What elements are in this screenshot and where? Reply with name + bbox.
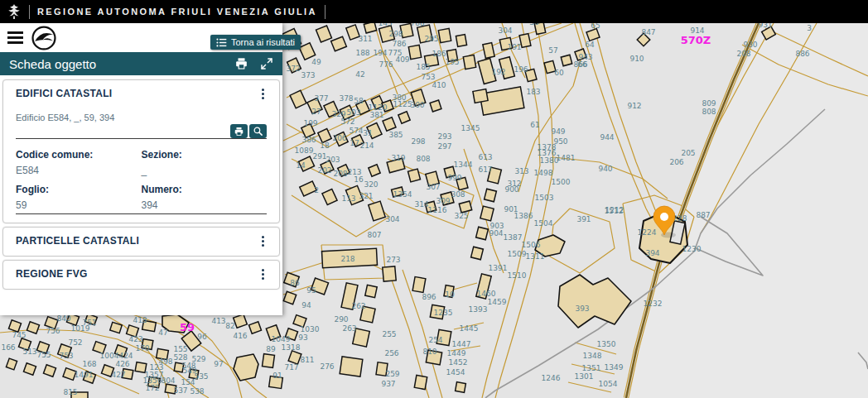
map-parcel-label: 16	[354, 175, 364, 184]
card-header-row[interactable]: REGIONE FVG	[16, 268, 267, 281]
map-parcel-label: 295	[424, 35, 438, 43]
map-parcel-label: 61	[530, 121, 539, 129]
map-parcel-label: 840	[56, 314, 70, 323]
map-parcel-label: 320	[364, 180, 378, 189]
map-parcel-label: 776	[379, 60, 393, 69]
map-parcel-label: 391	[576, 215, 591, 223]
map-building	[438, 28, 451, 42]
fvg-eagle-logo	[7, 2, 22, 21]
map-parcel-label: 185	[416, 63, 430, 71]
field: Numero:394	[142, 184, 268, 211]
map-parcel-label: 1116	[428, 206, 447, 214]
print-icon	[234, 127, 244, 137]
map-parcel-label: 717	[284, 363, 298, 372]
card-edifici-catastali: EDIFICI CATASTALI Edificio E584, _, 59, …	[2, 79, 280, 223]
zoom-to-object-button[interactable]	[249, 124, 267, 138]
map-parcel-label: 1224	[638, 228, 657, 237]
list-icon	[216, 38, 227, 47]
map-parcel-label: 1311	[526, 252, 545, 261]
map-parcel-label: 113	[341, 194, 355, 203]
map-parcel-label: 57	[548, 46, 557, 55]
map-parcel-label: 1350	[597, 340, 616, 348]
map-parcel-label: 847	[641, 28, 655, 36]
map-parcel-label: 617	[478, 165, 492, 174]
map-parcel-label: 1349	[605, 363, 624, 372]
map-parcel-label: 254	[428, 336, 442, 344]
map-parcel-label: 372	[286, 65, 300, 73]
map-parcel-label: 413	[211, 317, 225, 325]
map-parcel-label: 1481	[557, 154, 576, 162]
map-highlight-label: 59	[180, 321, 195, 333]
map-parcel-label: 194	[373, 49, 387, 57]
map-parcel-label: 1246	[542, 374, 561, 382]
map-parcel-label: 300	[410, 101, 424, 109]
map-building	[383, 266, 396, 281]
app-logo-icon[interactable]	[31, 25, 57, 51]
map-parcel-label: 381	[369, 111, 383, 119]
map-parcel-label: 2	[314, 186, 319, 194]
card-title: REGIONE FVG	[16, 268, 88, 280]
map-parcel-label: 205	[681, 149, 695, 157]
map-parcel-label: 208	[333, 170, 347, 178]
map-parcel-label: 276	[320, 362, 334, 371]
map-parcel-label: 96	[197, 333, 207, 341]
field-value: 394	[142, 199, 268, 211]
map-parcel-label: 1230	[682, 245, 702, 253]
map-parcel-label: 410	[432, 81, 446, 89]
map-parcel-label: 314	[414, 200, 428, 209]
map-parcel-label: 262	[351, 302, 365, 310]
map-parcel-label: 944	[600, 133, 614, 141]
map-building	[480, 206, 494, 221]
map-parcel-label: 91	[272, 372, 282, 380]
card-header-row[interactable]: PARTICELLE CATASTALI	[16, 235, 267, 247]
map-parcel-label: 319	[391, 154, 405, 162]
object-panel: Scheda oggetto EDIFICI CATASTALI Edifici…	[0, 23, 282, 315]
map-building	[364, 22, 376, 33]
map-parcel-label: 1212	[605, 206, 624, 214]
print-object-button[interactable]	[230, 124, 248, 138]
back-to-results-button[interactable]: Torna ai risultati	[210, 35, 301, 50]
expand-icon[interactable]	[260, 57, 273, 70]
map-parcel-label: 377	[314, 94, 328, 103]
map-parcel-label: 308	[451, 190, 465, 199]
map-parcel-label: 42	[355, 70, 364, 79]
map-parcel-label: 572	[340, 117, 354, 126]
map-parcel-label: 385	[388, 131, 403, 139]
field: Foglio:59	[16, 184, 142, 211]
field-label: Numero:	[142, 184, 268, 195]
map-parcel-label: 574	[349, 127, 363, 135]
map-parcel-label: 1506	[522, 241, 541, 249]
map-parcel-label: 313	[514, 167, 528, 175]
map-parcel-label: 1351	[582, 364, 601, 372]
separator	[325, 5, 326, 19]
map-building	[561, 55, 571, 65]
field: Sezione:_	[142, 149, 268, 176]
map-building	[414, 375, 427, 389]
map-parcel-label: 753	[421, 73, 435, 81]
map-parcel-label: 155	[173, 345, 187, 353]
map-parcel-label: 1354	[393, 190, 412, 199]
map-parcel-label: 1447	[452, 340, 471, 348]
map-parcel-label: 259	[385, 370, 399, 378]
map-parcel-label: 815	[63, 388, 77, 396]
menu-icon[interactable]	[7, 30, 23, 46]
kebab-menu-icon[interactable]	[259, 268, 267, 281]
map-parcel-label: 1019	[71, 324, 90, 333]
map-parcel-label: 166	[1, 343, 15, 352]
map-building	[456, 382, 466, 393]
map-parcel-label: 811	[300, 356, 314, 364]
kebab-menu-icon[interactable]	[259, 88, 267, 100]
map-parcel-label: 154	[181, 378, 195, 386]
map-parcel-label: 93	[298, 333, 307, 342]
map-parcel-label: 214	[359, 141, 374, 150]
map-parcel-label: 1498	[534, 169, 553, 177]
field-label: Codice comune:	[16, 149, 142, 161]
map-parcel-label: 256	[384, 349, 398, 357]
map-parcel-label: 1387	[504, 233, 523, 242]
map-parcel-label: 1504	[534, 219, 553, 228]
map-parcel-label: 528	[173, 353, 187, 362]
map-parcel-label: 808	[702, 108, 716, 116]
kebab-menu-icon[interactable]	[259, 235, 267, 247]
map-parcel-label: 1509	[508, 250, 527, 258]
print-icon[interactable]	[234, 57, 248, 70]
